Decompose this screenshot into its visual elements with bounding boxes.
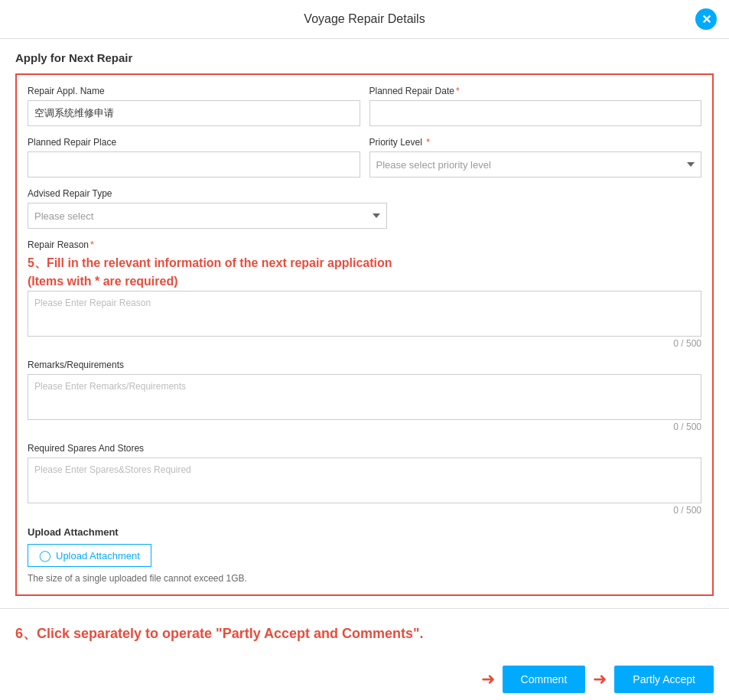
remarks-requirements-textarea[interactable] [28, 374, 701, 420]
comment-button[interactable]: Comment [503, 666, 586, 693]
arrow-comment-icon: ➜ [481, 669, 495, 689]
repair-appl-name-input[interactable] [28, 100, 360, 126]
advised-repair-type-label: Advised Repair Type [28, 188, 387, 199]
modal-title: Voyage Repair Details [304, 12, 425, 26]
repair-reason-counter: 0 / 500 [28, 338, 701, 349]
planned-repair-date-label: Planned Repair Date* [369, 86, 702, 96]
upload-icon: ◯ [39, 549, 51, 562]
form-row-1: Repair Appl. Name Planned Repair Date* [28, 86, 701, 126]
repair-reason-group: Repair Reason* 5、Fill in the relevant in… [28, 239, 701, 349]
close-button[interactable]: ✕ [695, 8, 717, 30]
upload-button[interactable]: ◯ Upload Attachment [28, 544, 151, 567]
planned-repair-date-group: Planned Repair Date* [369, 86, 702, 126]
annotation-step5: 5、Fill in the relevant information of th… [28, 254, 701, 291]
modal-body: Apply for Next Repair Repair Appl. Name … [0, 39, 729, 608]
planned-repair-place-label: Planned Repair Place [28, 137, 360, 148]
upload-button-label: Upload Attachment [56, 550, 140, 562]
required-spares-group: Required Spares And Stores 0 / 500 [28, 443, 701, 516]
arrow-partly-accept-icon: ➜ [593, 669, 607, 689]
repair-appl-name-group: Repair Appl. Name [28, 86, 360, 126]
section-title: Apply for Next Repair [15, 51, 714, 64]
spares-counter: 0 / 500 [28, 505, 701, 516]
upload-label: Upload Attachment [28, 526, 701, 538]
upload-section: Upload Attachment ◯ Upload Attachment Th… [28, 526, 701, 584]
form-row-3: Advised Repair Type Please select [28, 188, 701, 229]
planned-repair-place-group: Planned Repair Place [28, 137, 360, 177]
remarks-counter: 0 / 500 [28, 422, 701, 432]
advised-repair-type-group: Advised Repair Type Please select [28, 188, 387, 229]
modal-header: Voyage Repair Details ✕ [0, 0, 729, 39]
priority-level-group: Priority Level * Please select priority … [369, 137, 702, 177]
advised-repair-type-select[interactable]: Please select [28, 203, 387, 229]
upload-hint: The size of a single uploaded file canno… [28, 573, 701, 584]
planned-repair-date-input[interactable] [369, 100, 702, 126]
required-spares-label: Required Spares And Stores [28, 443, 701, 454]
remarks-requirements-group: Remarks/Requirements 0 / 500 [28, 360, 701, 432]
repair-reason-textarea[interactable] [28, 291, 701, 337]
form-row-2: Planned Repair Place Priority Level * Pl… [28, 137, 701, 177]
repair-appl-name-label: Repair Appl. Name [28, 86, 360, 96]
partly-accept-button[interactable]: Partly Accept [614, 666, 714, 693]
form-container: Repair Appl. Name Planned Repair Date* P… [15, 73, 714, 596]
priority-level-label: Priority Level * [369, 137, 702, 148]
required-spares-textarea[interactable] [28, 457, 701, 503]
remarks-requirements-label: Remarks/Requirements [28, 360, 701, 370]
planned-repair-place-input[interactable] [28, 151, 360, 177]
priority-level-select[interactable]: Please select priority level [369, 151, 702, 177]
annotation-step6: 6、Click separately to operate "Partly Ac… [15, 624, 714, 643]
bottom-buttons: ➜ Comment ➜ Partly Accept [15, 666, 714, 693]
repair-reason-label: Repair Reason* [28, 239, 701, 250]
bottom-area: 6、Click separately to operate "Partly Ac… [0, 608, 729, 700]
